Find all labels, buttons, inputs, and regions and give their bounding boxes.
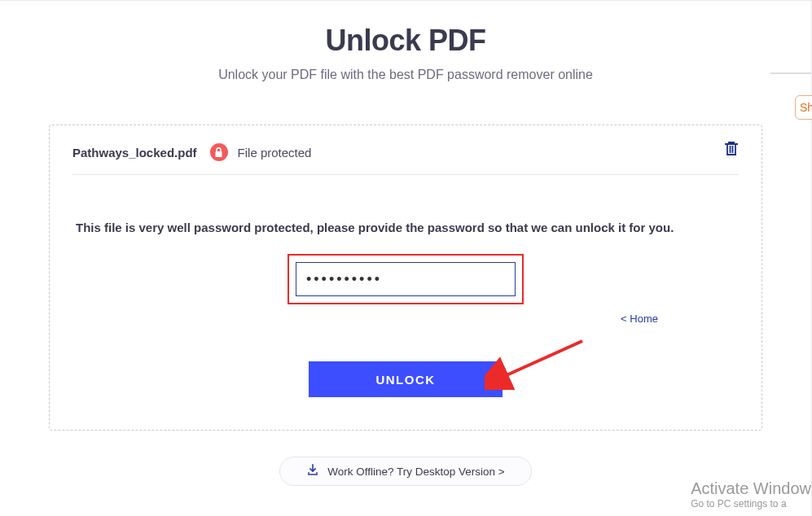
page-subtitle: Unlock your PDF file with the best PDF p… bbox=[0, 68, 811, 82]
file-name: Pathways_locked.pdf bbox=[72, 146, 197, 160]
password-input[interactable] bbox=[296, 262, 516, 296]
watermark-title: Activate Window bbox=[691, 479, 811, 498]
unlock-button[interactable]: UNLOCK bbox=[309, 361, 503, 397]
watermark-subtitle: Go to PC settings to a bbox=[691, 498, 811, 509]
page-header: Unlock PDF Unlock your PDF file with the… bbox=[0, 1, 811, 82]
svg-rect-0 bbox=[216, 151, 222, 157]
desktop-version-button[interactable]: Work Offline? Try Desktop Version > bbox=[279, 457, 532, 486]
lock-icon bbox=[210, 143, 228, 161]
desktop-version-label: Work Offline? Try Desktop Version > bbox=[327, 466, 504, 478]
download-icon bbox=[306, 463, 319, 479]
page-title: Unlock PDF bbox=[0, 24, 811, 58]
windows-watermark: Activate Window Go to PC settings to a bbox=[691, 479, 811, 509]
content-area: This file is very well password protecte… bbox=[50, 175, 762, 430]
home-link[interactable]: < Home bbox=[621, 313, 658, 325]
file-card: Pathways_locked.pdf File protected This … bbox=[49, 125, 762, 431]
instruction-text: This file is very well password protecte… bbox=[76, 221, 739, 234]
decorative-line bbox=[770, 72, 811, 74]
side-fragment: Sh bbox=[795, 95, 812, 120]
file-row: Pathways_locked.pdf File protected bbox=[50, 125, 762, 174]
file-status: File protected bbox=[238, 146, 312, 160]
input-highlight-box bbox=[287, 254, 524, 304]
delete-button[interactable] bbox=[724, 140, 739, 160]
